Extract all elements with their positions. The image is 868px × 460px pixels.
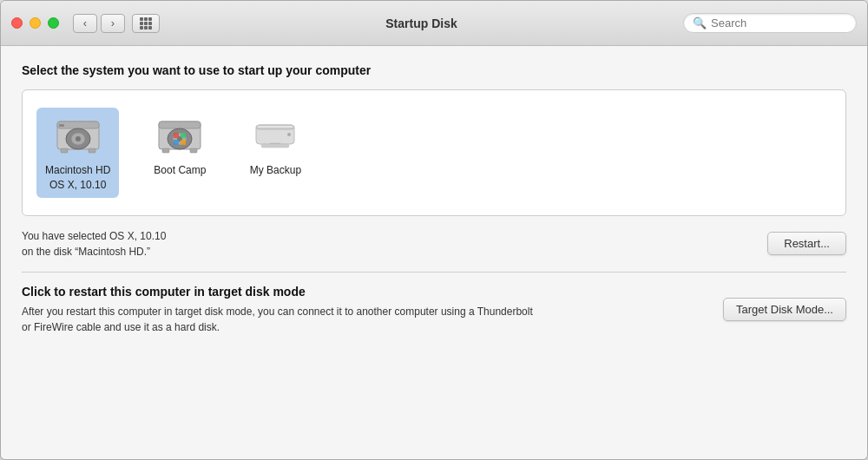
svg-rect-6 (61, 148, 68, 153)
status-area: You have selected OS X, 10.10 on the dis… (22, 228, 846, 260)
grid-view-button[interactable] (132, 14, 160, 33)
forward-button[interactable]: › (101, 14, 125, 33)
svg-rect-13 (174, 133, 179, 138)
svg-rect-9 (159, 122, 201, 128)
svg-rect-21 (258, 126, 293, 128)
disk-item-boot-camp[interactable]: Boot Camp (145, 108, 214, 183)
macintosh-hd-icon (52, 113, 104, 158)
search-input[interactable] (711, 16, 847, 30)
svg-rect-5 (59, 124, 64, 127)
target-disk-text: Click to restart this computer in target… (22, 285, 706, 335)
traffic-lights (11, 17, 59, 29)
search-icon: 🔍 (693, 16, 707, 30)
section-title: Select the system you want to use to sta… (22, 63, 846, 77)
grid-icon (140, 17, 152, 30)
svg-rect-17 (162, 148, 169, 153)
svg-rect-7 (89, 148, 95, 153)
close-button[interactable] (11, 17, 23, 29)
boot-camp-icon (154, 113, 206, 158)
target-disk-mode-button[interactable]: Target Disk Mode... (723, 298, 846, 321)
search-box: 🔍 (683, 13, 857, 33)
titlebar: ‹ › Startup Disk 🔍 (1, 1, 867, 46)
target-disk-description: After you restart this computer in targe… (22, 304, 542, 335)
disk-item-my-backup[interactable]: My Backup (240, 108, 310, 183)
macintosh-hd-label: Macintosh HD OS X, 10.10 (45, 163, 110, 193)
svg-rect-16 (181, 140, 186, 145)
minimize-button[interactable] (30, 17, 41, 29)
my-backup-icon (249, 113, 301, 158)
target-disk-section: Click to restart this computer in target… (22, 285, 846, 335)
window-title: Startup Disk (160, 16, 683, 30)
my-backup-label: My Backup (250, 163, 301, 178)
svg-rect-14 (181, 133, 186, 138)
nav-buttons: ‹ › (73, 14, 160, 33)
boot-camp-label: Boot Camp (154, 163, 206, 178)
back-button[interactable]: ‹ (73, 14, 97, 33)
divider (22, 272, 846, 273)
svg-rect-24 (261, 144, 289, 148)
window: ‹ › Startup Disk 🔍 Select the system you… (0, 0, 868, 460)
disk-item-macintosh-hd[interactable]: Macintosh HD OS X, 10.10 (36, 108, 119, 198)
svg-point-4 (76, 136, 81, 141)
main-content: Select the system you want to use to sta… (1, 46, 867, 459)
restart-button[interactable]: Restart... (767, 232, 846, 255)
svg-point-23 (287, 133, 291, 136)
svg-rect-15 (174, 140, 179, 145)
maximize-button[interactable] (48, 17, 59, 29)
svg-rect-18 (190, 148, 197, 153)
target-disk-title: Click to restart this computer in target… (22, 285, 706, 299)
status-text: You have selected OS X, 10.10 on the dis… (22, 228, 166, 260)
disk-panel: Macintosh HD OS X, 10.10 (22, 89, 846, 216)
